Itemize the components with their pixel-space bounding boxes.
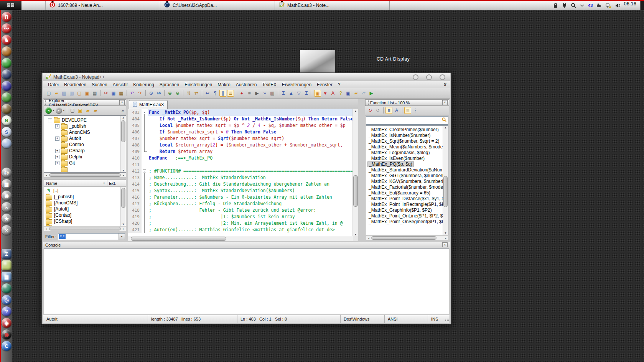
network-icon[interactable] — [606, 3, 611, 8]
owl-icon[interactable] — [2, 104, 12, 114]
toolbar-doc-monitor-icon[interactable]: ▣ — [314, 90, 321, 97]
usb-icon[interactable] — [596, 3, 602, 8]
file-vscroll-thumb[interactable] — [121, 188, 125, 208]
function-item[interactable]: _MathEx_Log($nbasis, $nlog) — [367, 150, 431, 156]
tree-item-partial[interactable] — [44, 166, 126, 172]
chevron-icon[interactable] — [580, 4, 584, 7]
column-ext[interactable]: Ext. — [107, 180, 126, 186]
toolbar-textfx-sum-icon[interactable]: Σ — [280, 90, 287, 97]
toolbar-close-file-icon[interactable]: ▢ — [76, 90, 83, 97]
php-icon[interactable]: PHP — [2, 23, 12, 33]
taskbar-button-2[interactable]: C:\Users\i2c\AppDa... — [160, 1, 275, 10]
scroll-down-icon[interactable]: ▼ — [121, 223, 126, 225]
taskbar-button-3[interactable]: MathEx.au3 - Note... — [275, 1, 390, 10]
toolbar-spell-check-icon[interactable]: A — [329, 90, 336, 97]
function-item[interactable]: _MathEx_IsNumber($number) — [367, 133, 432, 138]
swirl-icon[interactable]: S — [2, 127, 12, 137]
function-item[interactable]: _MathEx_IsEven($number) — [367, 156, 426, 161]
fold-margin[interactable] — [142, 129, 148, 135]
toolbar-redo-icon[interactable]: ↷ — [137, 90, 143, 97]
column-name[interactable]: Name▾ — [44, 181, 107, 186]
start-button[interactable] — [0, 1, 21, 10]
folder-user-icon[interactable]: ▰ — [92, 107, 99, 114]
forward-dropdown-icon[interactable]: ▾ — [63, 109, 65, 112]
function-item[interactable]: _MathEx_KGV($numbera, $numberb) — [367, 179, 447, 184]
lime-tile-icon[interactable] — [2, 260, 12, 270]
file-list-item[interactable]: [CSharp] — [44, 218, 126, 224]
z-app-icon[interactable]: Z — [2, 249, 12, 259]
scroll-right-icon[interactable]: ▸ — [121, 173, 126, 177]
toolbar-open-file-icon[interactable]: ▰ — [53, 90, 60, 97]
toolbar-close-all-icon[interactable]: ▣ — [84, 90, 91, 97]
function-item[interactable]: _MathEx_Point_Distance($x1, $y1, $x2, $y… — [367, 196, 448, 202]
code-text[interactable]: 403-Func _MathEx_PQ($p, $q)404 If Not _M… — [128, 109, 353, 236]
fold-margin[interactable]: - — [142, 168, 148, 174]
function-hscroll-thumb[interactable] — [371, 236, 436, 240]
maximize-button[interactable] — [426, 74, 432, 80]
quill-icon[interactable] — [2, 92, 12, 102]
menu-ausführen[interactable]: Ausführen — [233, 82, 260, 88]
filter-combobox[interactable]: *.* ▾ — [58, 233, 125, 240]
toolbar-paste-icon[interactable]: ▦ — [118, 90, 125, 97]
menu-bearbeiten[interactable]: Bearbeiten — [61, 82, 89, 88]
at-icon[interactable]: @ — [2, 168, 12, 178]
toolbar-print-icon[interactable]: ▤ — [91, 90, 98, 97]
scroll-up-icon[interactable]: ▲ — [121, 116, 126, 119]
scroll-right-icon[interactable]: ▸ — [443, 236, 448, 240]
fold-margin[interactable] — [142, 227, 148, 233]
console-close-icon[interactable]: × — [442, 242, 448, 247]
funclist-tree-view-icon[interactable]: ⋮ — [412, 107, 419, 114]
panel-grip[interactable] — [367, 100, 369, 105]
plug-icon[interactable] — [562, 3, 567, 8]
blue-pattern-sphere-icon[interactable] — [2, 69, 12, 79]
menu-makro[interactable]: Makro — [215, 82, 233, 88]
function-item[interactable]: _MathEx_Sqrt($number, $sqrt = 2) — [367, 138, 440, 144]
toolbar-console-toggle-icon[interactable]: ▣ — [345, 90, 352, 97]
tree-vscroll-thumb[interactable] — [121, 120, 125, 142]
fold-collapse-icon[interactable]: - — [143, 169, 146, 173]
toolbar-macro-play-icon[interactable]: ▶ — [254, 90, 260, 97]
file-list-vscrollbar[interactable]: ▼ — [120, 187, 126, 226]
toolbar-run-script-icon[interactable]: ▶ — [368, 90, 375, 97]
funclist-sort-by-position-icon[interactable]: ≡ — [385, 107, 392, 114]
scroll-down-icon[interactable]: ▼ — [121, 169, 126, 172]
function-list[interactable]: _MathEx_CreatePrimes($number)_MathEx_IsN… — [366, 125, 448, 235]
toolbar-new-file-icon[interactable]: ▢ — [45, 90, 52, 97]
scroll-left-icon[interactable]: ◂ — [44, 227, 49, 231]
expander-plus-icon[interactable]: + — [55, 137, 59, 141]
toolbar-macro-save-icon[interactable]: ▥ — [269, 90, 276, 97]
fold-margin[interactable] — [142, 181, 148, 188]
fold-margin[interactable]: - — [142, 109, 148, 116]
vinyl-icon[interactable]: ◉ — [2, 329, 12, 339]
scroll-left-icon[interactable]: ◂ — [44, 173, 49, 177]
search-icon[interactable] — [571, 3, 576, 8]
menu-datei[interactable]: Datei — [45, 82, 61, 88]
toolbar-zoom-in-icon[interactable]: ⊕ — [166, 90, 173, 97]
film-reel-icon[interactable]: ◉ — [2, 191, 12, 201]
toolbar-show-all-characters-icon[interactable]: ¶ — [212, 90, 219, 97]
chain-icon[interactable]: ∞ — [2, 202, 12, 212]
menu-close-icon[interactable]: X — [440, 82, 450, 87]
star-icon[interactable]: ★ — [2, 214, 12, 224]
remote-desktop-icon[interactable]: ▦ — [2, 179, 12, 189]
file-list-item[interactable]: [AnonCMS] — [44, 200, 126, 206]
funclist-sort-alphabetically-icon[interactable]: A — [393, 107, 400, 114]
editor-vscroll-thumb[interactable] — [353, 175, 358, 206]
scroll-down-icon[interactable]: ▼ — [353, 233, 358, 236]
fold-margin[interactable] — [142, 161, 148, 168]
cd-burn-icon[interactable]: ◎ — [2, 295, 12, 305]
toolbar-macro-stop-icon[interactable]: ■ — [246, 90, 253, 97]
fold-collapse-icon[interactable]: - — [143, 111, 146, 114]
menu-kodierung[interactable]: Kodierung — [130, 82, 157, 88]
file-list-item[interactable]: [Contao] — [44, 212, 126, 218]
menu-erweiterungen[interactable]: Erweiterungen — [279, 82, 314, 88]
menu-suchen[interactable]: Suchen — [89, 82, 110, 88]
function-search-input[interactable] — [367, 118, 441, 123]
fold-margin[interactable] — [142, 194, 148, 201]
lock-icon[interactable] — [553, 3, 558, 8]
file-list-item[interactable]: [AutoIt] — [44, 206, 126, 212]
toolbar-find-icon[interactable]: ⊙ — [148, 90, 155, 97]
panel-grip[interactable] — [45, 100, 47, 105]
fold-margin[interactable] — [142, 155, 148, 161]
fold-margin[interactable] — [142, 148, 148, 155]
